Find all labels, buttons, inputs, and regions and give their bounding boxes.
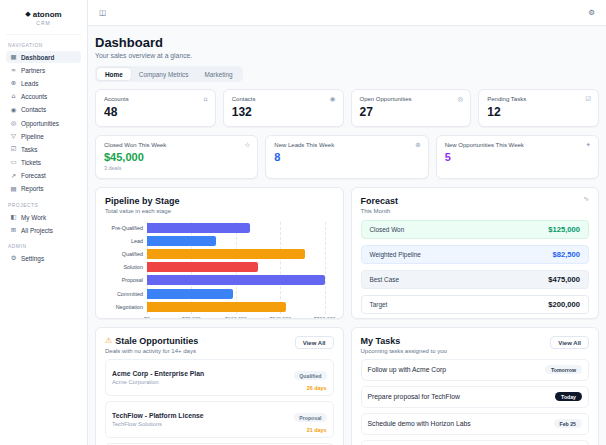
stat-value: 48 — [104, 105, 207, 119]
stat-card-open-opportunities[interactable]: Open Opportunities 27 ◎ — [351, 89, 472, 127]
axis-tick-label: $240,000 — [269, 316, 291, 320]
new-opportunities-card[interactable]: New Opportunities This Week 5 ✦ — [436, 135, 599, 179]
panel-title: Forecast — [361, 196, 590, 206]
forecast-row-closed-won: Closed Won $125,000 — [361, 220, 590, 239]
tasks-icon: ☑ — [10, 146, 17, 152]
opportunity-name: Acme Corp - Enterprise Plan — [112, 370, 204, 377]
sidebar-item-settings[interactable]: ⚙ Settings — [6, 252, 81, 264]
forecast-label: Weighted Pipeline — [370, 251, 421, 258]
opportunity-company: TechFlow Solutions — [112, 421, 204, 427]
chart-category-label: Pre-Qualified — [103, 225, 143, 231]
chart-category-label: Committed — [103, 291, 143, 297]
tab-home[interactable]: Home — [97, 68, 131, 80]
sidebar-section-admin: Admin — [8, 244, 79, 249]
opportunities-icon: ◎ — [10, 120, 17, 126]
panel-subtitle: This Month — [361, 208, 590, 214]
forecast-value: $200,000 — [548, 300, 580, 309]
sidebar-item-tickets[interactable]: ▭ Tickets — [6, 157, 81, 169]
view-all-button[interactable]: View All — [295, 336, 334, 349]
stale-opportunity-row[interactable]: TechFlow - Platform License TechFlow Sol… — [105, 401, 334, 438]
stage-badge: Proposal — [294, 413, 326, 422]
stat-value: 132 — [232, 105, 335, 119]
sidebar-item-label: Tickets — [21, 159, 41, 166]
sidebar-item-reports[interactable]: ▤ Reports — [6, 183, 81, 195]
panel-left-icon[interactable]: ◫ — [99, 9, 106, 17]
sidebar-item-forecast[interactable]: ↗ Forecast — [6, 170, 81, 182]
sidebar-item-pipeline[interactable]: ▽ Pipeline — [6, 130, 81, 142]
sidebar-item-label: Reports — [21, 185, 43, 192]
chart-bar-solution[interactable] — [147, 262, 258, 272]
highlight-subtext: 3 deals — [104, 165, 249, 171]
partners-icon: ∞ — [10, 67, 17, 73]
chart-row: Committed — [147, 287, 334, 300]
stat-card-pending-tasks[interactable]: Pending Tasks 12 ☑ — [478, 89, 599, 127]
panel-subtitle: Total value in each stage — [105, 208, 334, 214]
chart-row: Lead — [147, 235, 334, 248]
pipeline-by-stage-panel: Pipeline by Stage Total value in each st… — [95, 187, 344, 319]
forecast-value: $125,000 — [548, 225, 580, 234]
sidebar-item-label: Contacts — [21, 106, 46, 113]
sidebar-item-dashboard[interactable]: ▦ Dashboard — [6, 51, 81, 63]
tab-marketing[interactable]: Marketing — [196, 68, 240, 80]
gear-icon[interactable]: ⚙ — [588, 9, 595, 17]
closed-won-card[interactable]: Closed Won This Week $45,000 3 deals ☆ — [95, 135, 258, 179]
chart-bar-negotiation[interactable] — [147, 302, 286, 312]
due-badge: Feb 25 — [554, 419, 582, 428]
stat-card-contacts[interactable]: Contacts 132 ◉ — [223, 89, 344, 127]
task-row[interactable]: Follow up with Acme Corp Tomorrow — [361, 359, 590, 381]
task-row[interactable]: Schedule demo with Horizon Labs Feb 25 — [361, 413, 590, 435]
forecast-row-target: Target $200,000 — [361, 295, 590, 314]
highlight-label: Closed Won This Week — [104, 142, 249, 148]
sidebar-item-all-projects[interactable]: ⊞ All Projects — [6, 224, 81, 236]
sidebar-item-partners[interactable]: ∞ Partners — [6, 64, 81, 76]
sidebar-item-label: Tasks — [21, 146, 37, 153]
tasks-title-text: My Tasks — [361, 336, 401, 346]
panel-title: My Tasks — [361, 336, 447, 346]
forecast-value: $82,500 — [553, 250, 580, 259]
sidebar: ◆ atonom CRM Navigation ▦ Dashboard ∞ Pa… — [0, 0, 88, 445]
panel-title: ⚠ Stale Opportunities — [105, 336, 198, 346]
chart-category-label: Solution — [103, 264, 143, 270]
chart-bar-pre-qualified[interactable] — [147, 223, 250, 233]
new-leads-card[interactable]: New Leads This Week 8 ⊕ — [265, 135, 428, 179]
sidebar-item-my-work[interactable]: ◧ My Work — [6, 211, 81, 223]
sidebar-item-tasks[interactable]: ☑ Tasks — [6, 143, 81, 155]
stale-opportunities-panel: ⚠ Stale Opportunities Deals with no acti… — [95, 327, 344, 445]
task-title: Prepare proposal for TechFlow — [368, 393, 460, 400]
target-icon: ◎ — [458, 96, 464, 103]
chart-bar-qualified[interactable] — [147, 249, 305, 259]
stat-value: 12 — [487, 105, 590, 119]
trophy-icon: ☆ — [245, 142, 251, 149]
sidebar-item-label: Dashboard — [21, 54, 54, 61]
contacts-icon: ◉ — [10, 107, 17, 113]
chart-bar-proposal[interactable] — [147, 275, 325, 285]
stat-card-accounts[interactable]: Accounts 48 ⌂ — [95, 89, 216, 127]
highlight-label: New Leads This Week — [274, 142, 419, 148]
chart-row: Proposal — [147, 274, 334, 287]
task-title: Follow up with Acme Corp — [368, 366, 447, 373]
view-all-button[interactable]: View All — [550, 336, 589, 349]
sidebar-item-label: Opportunities — [21, 120, 59, 127]
sidebar-item-leads[interactable]: ⊕ Leads — [6, 77, 81, 89]
days-stale: 21 days — [294, 427, 326, 433]
accounts-icon: ⌂ — [10, 93, 17, 99]
settings-icon: ⚙ — [10, 255, 17, 261]
sidebar-section-projects: Projects — [8, 203, 79, 208]
sidebar-item-contacts[interactable]: ◉ Contacts — [6, 104, 81, 116]
chart-bar-committed[interactable] — [147, 289, 233, 299]
stale-opportunity-row[interactable]: Acme Corp - Enterprise Plan Acme Corpora… — [105, 359, 334, 396]
brand-name: atonom — [33, 10, 62, 19]
chart-category-label: Lead — [103, 238, 143, 244]
brand-sub: CRM — [6, 20, 81, 26]
pipeline-icon: ▽ — [10, 133, 17, 139]
task-row[interactable]: Prepare proposal for TechFlow Today — [361, 386, 590, 408]
page-subtitle: Your sales overview at a glance. — [95, 52, 599, 59]
tab-company-metrics[interactable]: Company Metrics — [131, 68, 197, 80]
stat-label: Pending Tasks — [487, 96, 590, 102]
sidebar-item-accounts[interactable]: ⌂ Accounts — [6, 91, 81, 103]
task-row[interactable]: Review contract terms - Pinnacle Feb 27 — [361, 440, 590, 445]
axis-tick-label: $320,000 — [314, 316, 336, 320]
chart-bar-lead[interactable] — [147, 236, 216, 246]
all-projects-icon: ⊞ — [10, 227, 17, 233]
sidebar-item-opportunities[interactable]: ◎ Opportunities — [6, 117, 81, 129]
